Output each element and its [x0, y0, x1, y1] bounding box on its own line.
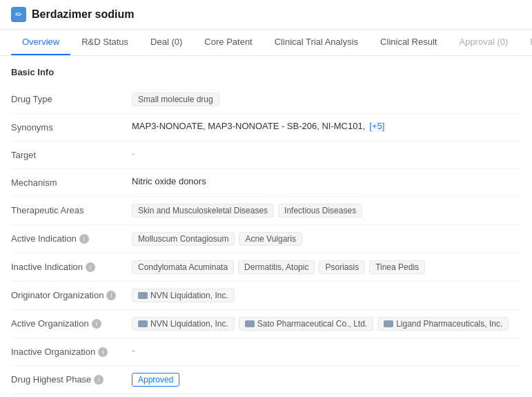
active-org-value: NVN Liquidation, Inc. Sato Pharmaceutica… [132, 317, 521, 331]
therapeutic-tag-0: Skin and Musculoskeletal Diseases [132, 204, 274, 217]
tab-core-patent[interactable]: Core Patent [193, 30, 263, 55]
section-title: Basic Info [11, 67, 521, 77]
mechanism-text: Nitric oxide donors [132, 176, 206, 186]
therapeutic-areas-label: Therapeutic Areas [11, 204, 132, 215]
tab-overview[interactable]: Overview [11, 30, 70, 55]
therapeutic-areas-row: Therapeutic Areas Skin and Musculoskelet… [11, 197, 521, 225]
active-org-tag-2: Ligand Pharmaceuticals, Inc. [377, 317, 509, 331]
originator-org-value: NVN Liquidation, Inc. [132, 289, 521, 302]
synonyms-label: Synonyms [11, 121, 132, 133]
inactive-indication-label: Inactive Indication i [11, 260, 132, 272]
inactive-tag-2: Psoriasis [319, 260, 365, 274]
inactive-indication-info-icon[interactable]: i [86, 262, 95, 272]
active-indication-tag-1: Acne Vulgaris [239, 232, 302, 246]
active-indication-tag-0: Molluscum Contagiosum [132, 232, 235, 246]
synonyms-more[interactable]: [+5] [369, 121, 384, 131]
mechanism-row: Mechanism Nitric oxide donors [11, 169, 521, 197]
inactive-org-info-icon[interactable]: i [98, 347, 108, 357]
first-approval-row: First Approval Date 2024-01-05 [11, 394, 521, 397]
inactive-org-value: - [132, 345, 521, 356]
org-icon-0 [138, 292, 148, 299]
target-value: - [132, 148, 521, 159]
highest-phase-value: Approved [132, 373, 521, 387]
nav-tabs: Overview R&D Status Deal (0) Core Patent… [0, 30, 532, 56]
active-org-tag-0: NVN Liquidation, Inc. [132, 317, 235, 331]
inactive-indication-value: Condylomata Acuminata Dermatitis, Atopic… [132, 260, 521, 274]
active-org-tag-1: Sato Pharmaceutical Co., Ltd. [239, 317, 373, 331]
inactive-org-dash: - [132, 345, 135, 356]
mechanism-value: Nitric oxide donors [132, 176, 521, 186]
highest-phase-row: Drug Highest Phase i Approved [11, 366, 521, 394]
target-label: Target [11, 148, 132, 160]
drug-type-row: Drug Type Small molecule drug [11, 86, 521, 114]
tab-approval: Approval (0) [448, 30, 519, 55]
highest-phase-label: Drug Highest Phase i [11, 373, 132, 385]
page-header: ✏ Berdazimer sodium [0, 0, 532, 30]
tab-clinical-result[interactable]: Clinical Result [369, 30, 448, 55]
tab-rd-status[interactable]: R&D Status [70, 30, 139, 55]
synonyms-row: Synonyms MAP3-NONOATE, MAP3-NONOATE - SB… [11, 114, 521, 142]
synonyms-value: MAP3-NONOATE, MAP3-NONOATE - SB-206, NI-… [132, 121, 521, 131]
drug-type-value: Small molecule drug [132, 93, 521, 106]
drug-type-label: Drug Type [11, 93, 132, 104]
highest-phase-info-icon[interactable]: i [94, 375, 104, 385]
therapeutic-areas-value: Skin and Musculoskeletal Diseases Infect… [132, 204, 521, 217]
tab-clinical-trial[interactable]: Clinical Trial Analysis [264, 30, 369, 55]
originator-org-row: Originator Organization i NVN Liquidatio… [11, 282, 521, 310]
org-icon-1 [138, 320, 148, 327]
active-indication-info-icon[interactable]: i [79, 234, 89, 244]
therapeutic-tag-1: Infectious Diseases [278, 204, 362, 217]
active-org-info-icon[interactable]: i [92, 319, 101, 329]
active-indication-label: Active Indication i [11, 232, 132, 244]
originator-org-tag-0: NVN Liquidation, Inc. [132, 289, 235, 302]
org-icon-2 [245, 320, 255, 327]
page-title: Berdazimer sodium [32, 8, 134, 21]
target-dash: - [132, 148, 135, 159]
drug-type-tag: Small molecule drug [132, 93, 219, 106]
org-icon-3 [384, 320, 393, 327]
inactive-tag-1: Dermatitis, Atopic [238, 260, 315, 274]
originator-org-label: Originator Organization i [11, 289, 132, 300]
active-org-label: Active Organization i [11, 317, 132, 329]
inactive-indication-row: Inactive Indication i Condylomata Acumin… [11, 253, 521, 282]
mechanism-label: Mechanism [11, 176, 132, 188]
originator-org-info-icon[interactable]: i [106, 291, 116, 300]
active-indication-value: Molluscum Contagiosum Acne Vulgaris [132, 232, 521, 246]
drug-icon: ✏ [11, 7, 26, 22]
active-org-row: Active Organization i NVN Liquidation, I… [11, 310, 521, 338]
target-row: Target - [11, 142, 521, 169]
inactive-tag-0: Condylomata Acuminata [132, 260, 234, 274]
tab-regulation: Regulation (0) [519, 30, 532, 55]
inactive-org-label: Inactive Organization i [11, 345, 132, 357]
inactive-org-row: Inactive Organization i - [11, 338, 521, 366]
active-indication-row: Active Indication i Molluscum Contagiosu… [11, 225, 521, 253]
content-area: Basic Info Drug Type Small molecule drug… [0, 56, 532, 397]
synonyms-text: MAP3-NONOATE, MAP3-NONOATE - SB-206, NI-… [132, 121, 365, 131]
tab-deal[interactable]: Deal (0) [139, 30, 193, 55]
approved-badge: Approved [132, 373, 179, 387]
inactive-tag-3: Tinea Pedis [369, 260, 425, 274]
